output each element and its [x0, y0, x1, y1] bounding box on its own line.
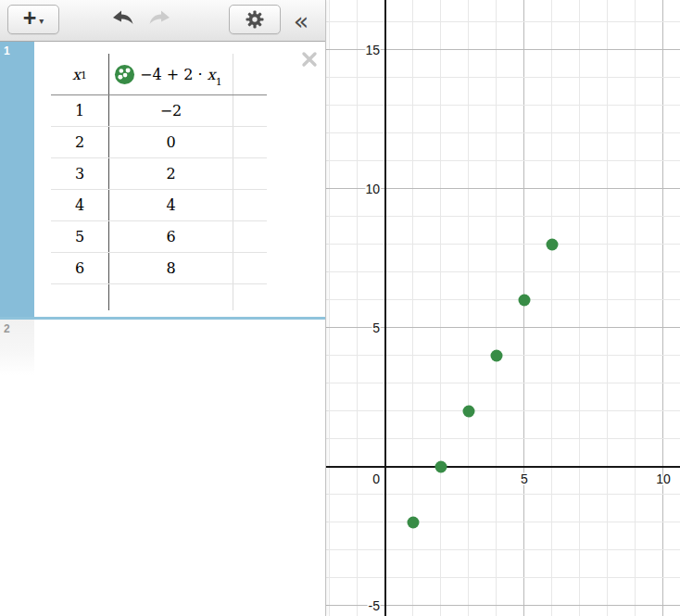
table-row: 1 −2: [51, 95, 267, 127]
expression-content-1: x1 −4 + 2 · x1: [34, 42, 325, 317]
gear-icon: [245, 9, 265, 30]
table-header-x[interactable]: x1: [51, 54, 109, 94]
cell-x-empty[interactable]: [51, 284, 109, 310]
undo-icon[interactable]: [111, 9, 135, 26]
cell-y[interactable]: 6: [166, 228, 175, 245]
chevron-down-icon: ▾: [39, 16, 44, 26]
scatter-point[interactable]: [546, 238, 558, 250]
cell-y[interactable]: −2: [160, 102, 183, 119]
plus-icon: +: [23, 6, 37, 30]
cell-x[interactable]: 5: [75, 228, 84, 245]
cell-y[interactable]: 2: [166, 165, 175, 182]
redo-icon[interactable]: [147, 9, 171, 26]
desmos-app: 051015105-5 + ▾: [0, 0, 680, 616]
axis-tick-label: 10: [365, 182, 380, 196]
expression-number: 1: [4, 44, 10, 57]
cell-x[interactable]: 3: [75, 165, 84, 182]
scatter-point[interactable]: [434, 460, 447, 472]
history-controls: [111, 9, 171, 26]
table-row: 2 0: [51, 127, 267, 158]
expression-toolbar: + ▾: [0, 0, 325, 42]
scatter-point[interactable]: [407, 516, 419, 528]
close-icon[interactable]: [301, 51, 318, 68]
graph-settings-button[interactable]: [229, 5, 281, 34]
collapse-panel-button[interactable]: «: [288, 2, 314, 39]
table-row: 3 2: [51, 158, 267, 190]
cell-x[interactable]: 6: [75, 259, 84, 277]
table-empty-row: [51, 284, 267, 310]
axis-tick-label: 5: [372, 321, 380, 335]
double-chevron-left-icon: «: [294, 6, 309, 35]
empty-expression-input[interactable]: [34, 320, 325, 616]
table-header-row: x1 −4 + 2 · x1: [51, 54, 267, 95]
table-row: 4 4: [51, 190, 267, 221]
cell-y[interactable]: 0: [166, 133, 175, 151]
cell-y[interactable]: 8: [166, 259, 175, 277]
table-header-spare: [233, 54, 267, 94]
axis-tick-label: 5: [521, 471, 528, 486]
expression-panel: + ▾: [0, 0, 326, 616]
cell-x[interactable]: 4: [75, 196, 84, 214]
axis-tick-label: 0: [372, 471, 380, 486]
scatter-style-icon[interactable]: [114, 64, 135, 85]
cell-y-empty[interactable]: [109, 284, 233, 310]
table-header-y[interactable]: −4 + 2 · x1: [109, 54, 233, 94]
expression-gutter-2[interactable]: 2: [0, 320, 34, 616]
scatter-plot: 051015105-5: [326, 0, 680, 616]
expression-gutter-1[interactable]: 1: [0, 42, 34, 317]
expression-number: 2: [4, 322, 10, 335]
graph-canvas[interactable]: 051015105-5: [326, 0, 680, 616]
scatter-point[interactable]: [462, 405, 474, 417]
expression-item-1: 1 x1: [0, 42, 325, 320]
axis-tick-label: 10: [656, 471, 671, 486]
add-expression-button[interactable]: + ▾: [7, 5, 59, 34]
axis-tick-label: 15: [365, 43, 380, 57]
column-formula[interactable]: −4 + 2 · x1: [140, 66, 222, 83]
scatter-point[interactable]: [518, 294, 530, 306]
table-row: 5 6: [51, 221, 267, 253]
expression-item-2: 2: [0, 320, 325, 616]
cell-x[interactable]: 2: [75, 133, 84, 151]
value-table: x1 −4 + 2 · x1: [51, 54, 267, 310]
cell-x[interactable]: 1: [75, 102, 84, 119]
table-row: 6 8: [51, 253, 267, 284]
cell-y[interactable]: 4: [166, 196, 175, 214]
scatter-point[interactable]: [490, 349, 502, 361]
axis-tick-label: -5: [369, 598, 381, 613]
